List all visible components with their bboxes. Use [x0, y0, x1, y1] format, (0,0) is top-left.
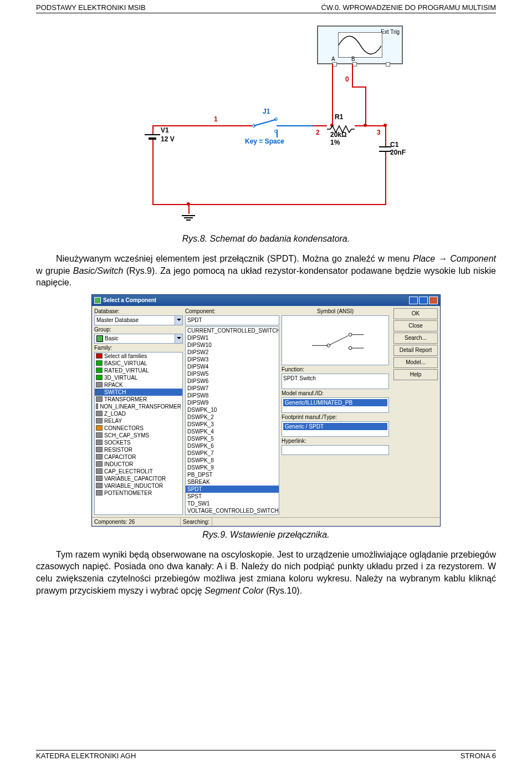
component-item[interactable]: DSWPK_7: [186, 450, 279, 457]
family-item[interactable]: VARIABLE_INDUCTOR: [95, 482, 182, 489]
family-item[interactable]: POTENTIOMETER: [95, 489, 182, 497]
search--button[interactable]: Search...: [393, 333, 438, 344]
help-button[interactable]: Help: [393, 369, 438, 380]
scope-ext-trig-label: Ext Trig: [381, 29, 400, 35]
group-combo[interactable]: Basic: [94, 334, 183, 344]
family-icon: [96, 396, 103, 402]
family-item[interactable]: NON_LINEAR_TRANSFORMER: [95, 403, 182, 410]
family-listbox[interactable]: Select all familiesBASIC_VIRTUALRATED_VI…: [94, 352, 183, 515]
component-listbox[interactable]: CURRENT_CONTROLLED_SWITCHDIPSW1DIPSW10DI…: [185, 326, 279, 515]
component-item[interactable]: SPDT: [186, 486, 279, 493]
family-item[interactable]: RELAY: [95, 417, 182, 425]
family-icon: [96, 389, 103, 395]
figure9-caption: Rys.9. Wstawienie przełącznika.: [36, 530, 496, 540]
component-item[interactable]: CURRENT_CONTROLLED_SWITCH: [186, 327, 279, 334]
component-item[interactable]: DSWPK_2: [186, 413, 279, 421]
component-item[interactable]: DIPSW10: [186, 341, 279, 349]
database-combo[interactable]: Master Database: [94, 315, 183, 325]
family-item[interactable]: VARIABLE_CAPACITOR: [95, 475, 182, 482]
family-item[interactable]: RESISTOR: [95, 446, 182, 453]
footer-left: KATEDRA ELEKTRONIKI AGH: [36, 752, 136, 760]
oscilloscope: Ext Trig A B: [317, 25, 403, 64]
header-right: ĆW.0. WPROWADZENIE DO PROGRAMU MULTISIM: [321, 3, 496, 12]
component-field[interactable]: SPDT: [185, 315, 279, 325]
family-icon: [96, 418, 103, 423]
c1-val: 20nF: [390, 149, 406, 156]
family-item[interactable]: RPACK: [95, 381, 182, 389]
family-item[interactable]: CAP_ELECTROLIT: [95, 468, 182, 475]
svg-point-3: [349, 333, 352, 336]
component-item[interactable]: DSWPK_3: [186, 421, 279, 428]
paragraph-2: Tym razem wyniki będą obserwowane na osc…: [36, 549, 496, 596]
family-item[interactable]: SOCKETS: [95, 439, 182, 446]
minimize-button[interactable]: [409, 297, 418, 304]
component-item[interactable]: DIPSW3: [186, 356, 279, 363]
family-icon: [96, 360, 103, 366]
model--button[interactable]: Model...: [393, 357, 438, 368]
family-item[interactable]: SWITCH: [95, 389, 182, 396]
dialog-titlebar[interactable]: Select a Component: [92, 295, 440, 306]
figure8-caption: Rys.8. Schemat do badania kondensatora.: [36, 234, 496, 244]
family-icon: [96, 447, 103, 452]
family-item[interactable]: TRANSFORMER: [95, 396, 182, 403]
dialog-statusbar: Components: 26 Searching:: [92, 517, 440, 526]
family-icon: [96, 404, 98, 409]
basic-group-icon: [96, 335, 103, 342]
family-item[interactable]: CONNECTORS: [95, 425, 182, 432]
family-item[interactable]: RATED_VIRTUAL: [95, 367, 182, 374]
net-3-label: 3: [377, 129, 381, 136]
scope-port-b: B: [351, 56, 355, 62]
maximize-button[interactable]: [419, 297, 428, 304]
component-item[interactable]: DSWPK_8: [186, 457, 279, 464]
family-icon: [96, 461, 103, 467]
hyperlink-field[interactable]: [282, 445, 389, 455]
status-components: Components: 26: [92, 518, 181, 526]
close-button[interactable]: Close: [393, 320, 438, 331]
family-item[interactable]: BASIC_VIRTUAL: [95, 360, 182, 367]
component-item[interactable]: DIPSW6: [186, 377, 279, 385]
group-label: Group:: [94, 326, 183, 333]
component-item[interactable]: DIPSW2: [186, 349, 279, 356]
model-listbox[interactable]: Generic/ILLUMINATED_PB: [282, 397, 389, 413]
component-item[interactable]: DIPSW9: [186, 399, 279, 406]
header-left: PODSTAWY ELEKTRONIKI MSIB: [36, 3, 146, 12]
component-label: Component:: [185, 308, 279, 314]
family-item[interactable]: CAPACITOR: [95, 453, 182, 461]
v1-val: 12 V: [161, 135, 175, 143]
component-item[interactable]: VOLTAGE_CONTROLLED_SWITCH: [186, 507, 279, 514]
r1-name: R1: [335, 113, 343, 121]
footprint-listbox[interactable]: Generic / SPDT: [282, 421, 389, 437]
family-item[interactable]: Z_LOAD: [95, 410, 182, 417]
component-item[interactable]: SBREAK: [186, 478, 279, 486]
paragraph-1: Nieużywanym wcześniej elementem jest prz…: [36, 253, 496, 289]
close-button[interactable]: [429, 297, 438, 304]
component-item[interactable]: DSWPK_9: [186, 464, 279, 471]
component-item[interactable]: DIPSW7: [186, 385, 279, 392]
component-item[interactable]: DSWPK_10: [186, 406, 279, 413]
footer-right: STRONA 6: [461, 752, 496, 760]
component-item[interactable]: TD_SW1: [186, 500, 279, 507]
component-item[interactable]: DSWPK_4: [186, 428, 279, 435]
database-label: Database:: [94, 308, 183, 314]
family-icon: [96, 490, 103, 496]
family-item[interactable]: Select all families: [95, 353, 182, 360]
svg-line-2: [330, 335, 349, 345]
component-item[interactable]: DSWPK_5: [186, 435, 279, 442]
v1-name: V1: [161, 126, 169, 134]
scope-port-a: A: [331, 56, 335, 62]
component-item[interactable]: DIPSW5: [186, 370, 279, 377]
app-icon: [94, 297, 101, 304]
component-item[interactable]: DIPSW4: [186, 363, 279, 370]
family-item[interactable]: SCH_CAP_SYMS: [95, 432, 182, 439]
component-item[interactable]: PB_DPST: [186, 471, 279, 478]
family-item[interactable]: 3D_VIRTUAL: [95, 374, 182, 381]
detail-report-button[interactable]: Detail Report: [393, 345, 438, 356]
component-item[interactable]: DIPSW8: [186, 392, 279, 399]
schematic-figure: Ext Trig A B 0 J1 Key = Space 1 2 3 R1 2…: [116, 20, 416, 231]
ok-button[interactable]: OK: [393, 308, 438, 319]
component-item[interactable]: DSWPK_6: [186, 442, 279, 450]
family-item[interactable]: INDUCTOR: [95, 461, 182, 468]
component-item[interactable]: SPST: [186, 493, 279, 500]
dialog-title: Select a Component: [103, 297, 156, 303]
component-item[interactable]: DIPSW1: [186, 334, 279, 341]
